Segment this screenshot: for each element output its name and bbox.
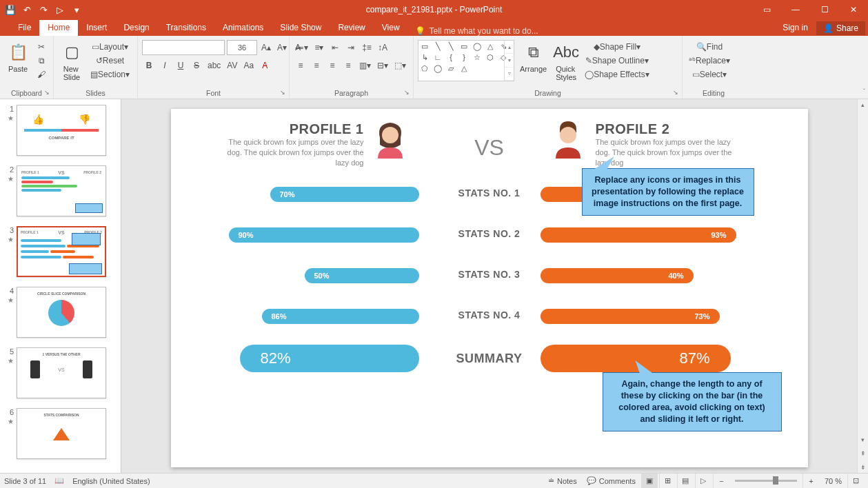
- collapse-ribbon-button[interactable]: ˇ: [863, 88, 865, 96]
- smartart-button[interactable]: ⬚▾: [392, 59, 408, 72]
- font-launcher[interactable]: ↘: [278, 88, 287, 97]
- maximize-button[interactable]: ☐: [810, 0, 839, 19]
- normal-view-button[interactable]: ▣: [641, 474, 658, 489]
- copy-button[interactable]: ⧉: [34, 54, 48, 68]
- avatar-male-icon[interactable]: [547, 117, 589, 159]
- bullets-button[interactable]: ≔▾: [294, 41, 310, 54]
- zoom-slider[interactable]: [735, 480, 797, 482]
- select-button[interactable]: ▭ Select ▾: [687, 68, 732, 81]
- callout-replace-images[interactable]: Replace any icons or images in this pres…: [582, 168, 754, 216]
- ribbon-display-options[interactable]: ▭: [752, 0, 781, 19]
- font-size-combo[interactable]: 36: [227, 40, 257, 55]
- tab-home[interactable]: Home: [39, 20, 78, 36]
- new-slide-button[interactable]: ▢ New Slide: [58, 40, 85, 83]
- scroll-up-button[interactable]: ▴: [858, 99, 868, 110]
- spellcheck-button[interactable]: 📖: [54, 476, 64, 485]
- gallery-scroll[interactable]: ▴▾▿: [504, 41, 514, 81]
- undo-button[interactable]: ↶: [19, 2, 34, 17]
- minimize-button[interactable]: —: [781, 0, 810, 19]
- bar-right-2[interactable]: 93%: [541, 227, 736, 243]
- bar-right-3[interactable]: 40%: [541, 268, 694, 283]
- tab-animations[interactable]: Animations: [214, 20, 272, 36]
- find-button[interactable]: 🔍 Find: [687, 40, 732, 54]
- bar-right-4[interactable]: 73%: [541, 309, 720, 324]
- decrease-indent-button[interactable]: ⇤: [328, 41, 342, 54]
- tab-file[interactable]: File: [10, 20, 39, 36]
- slide-canvas-area[interactable]: PROFILE 1 The quick brown fox jumps over…: [121, 99, 857, 473]
- format-painter-button[interactable]: 🖌: [34, 68, 48, 81]
- redo-button[interactable]: ↷: [36, 2, 51, 17]
- stat-label-3[interactable]: STATS NO. 3: [171, 269, 808, 280]
- quick-styles-button[interactable]: Abc Quick Styles: [552, 40, 580, 83]
- summary-bar-right[interactable]: 87%: [541, 345, 731, 372]
- thumb-1[interactable]: 1★ 👍 👎 COMPARE IT: [0, 102, 121, 163]
- slide-thumbnail-panel[interactable]: 1★ 👍 👎 COMPARE IT 2★ PROFILE 1VSPROFILE …: [0, 99, 121, 473]
- change-case-button[interactable]: Aa: [241, 59, 256, 72]
- align-right-button[interactable]: ≡: [325, 59, 339, 72]
- zoom-out-button[interactable]: −: [713, 474, 729, 489]
- line-spacing-button[interactable]: ‡≡: [360, 41, 374, 54]
- align-left-button[interactable]: ≡: [294, 59, 307, 72]
- tab-insert[interactable]: Insert: [78, 20, 115, 36]
- scroll-down-button[interactable]: ▾: [858, 434, 868, 445]
- share-button[interactable]: 👤 Share: [816, 21, 865, 35]
- reset-button[interactable]: ↺ Reset: [88, 54, 132, 68]
- tab-review[interactable]: Review: [330, 20, 373, 36]
- drawing-launcher[interactable]: ↘: [671, 88, 680, 97]
- italic-button[interactable]: I: [158, 59, 172, 72]
- start-slideshow-button[interactable]: ▷: [52, 2, 68, 17]
- char-spacing-button[interactable]: AV: [225, 59, 239, 72]
- text-shadow-button[interactable]: abc: [205, 59, 223, 72]
- next-slide-button[interactable]: ⇟: [858, 462, 868, 473]
- tab-slideshow[interactable]: Slide Show: [272, 20, 330, 36]
- font-family-combo[interactable]: [142, 40, 225, 55]
- zoom-in-button[interactable]: +: [803, 474, 819, 489]
- thumb-2[interactable]: 2★ PROFILE 1VSPROFILE 2: [0, 163, 121, 223]
- reading-view-button[interactable]: ▤: [677, 474, 694, 489]
- shrink-font-button[interactable]: A▾: [275, 41, 289, 54]
- profile2-desc[interactable]: The quick brown fox jumps over the lazy …: [596, 137, 747, 168]
- align-center-button[interactable]: ≡: [310, 59, 323, 72]
- justify-button[interactable]: ≡: [341, 59, 355, 72]
- numbering-button[interactable]: ≡▾: [312, 41, 326, 54]
- tab-design[interactable]: Design: [115, 20, 157, 36]
- qat-customize-button[interactable]: ▾: [69, 2, 84, 17]
- thumb-3[interactable]: 3★ PROFILE 1VSPROFILE 2: [0, 223, 121, 284]
- fit-to-window-button[interactable]: ⊡: [847, 474, 864, 489]
- replace-button[interactable]: ᵃᵇ Replace ▾: [687, 54, 732, 68]
- font-color-button[interactable]: A: [258, 59, 272, 72]
- sorter-view-button[interactable]: ⊞: [659, 474, 676, 489]
- notes-button[interactable]: ≐ Notes: [544, 474, 581, 489]
- layout-button[interactable]: ▭ Layout ▾: [88, 40, 132, 54]
- section-button[interactable]: ▤ Section ▾: [88, 68, 132, 81]
- comments-button[interactable]: 💬 Comments: [583, 474, 640, 489]
- tab-view[interactable]: View: [374, 20, 408, 36]
- shape-effects-button[interactable]: ◯ Shape Effects ▾: [583, 68, 652, 81]
- clipboard-launcher[interactable]: ↘: [42, 88, 52, 97]
- cut-button[interactable]: ✂: [34, 40, 48, 54]
- tell-me-search[interactable]: 💡 Tell me what you want to do...: [415, 26, 538, 36]
- thumb-5[interactable]: 5★ 1 VERSUS THE OTHER VS: [0, 345, 121, 405]
- save-button[interactable]: 💾: [3, 2, 18, 17]
- prev-slide-button[interactable]: ⇞: [858, 448, 868, 459]
- paste-button[interactable]: 📋 Paste: [4, 40, 32, 74]
- slide[interactable]: PROFILE 1 The quick brown fox jumps over…: [171, 109, 808, 467]
- bold-button[interactable]: B: [142, 59, 156, 72]
- zoom-level[interactable]: 70 %: [820, 474, 846, 489]
- paragraph-launcher[interactable]: ↘: [402, 88, 412, 97]
- columns-button[interactable]: ▥▾: [357, 59, 373, 72]
- slide-counter[interactable]: Slide 3 of 11: [4, 477, 46, 485]
- vertical-scrollbar[interactable]: ▴ ▾ ⇞ ⇟: [857, 99, 868, 473]
- align-text-button[interactable]: ⊟▾: [375, 59, 390, 72]
- underline-button[interactable]: U: [174, 59, 188, 72]
- profile2-title[interactable]: PROFILE 2: [596, 121, 747, 137]
- tab-transitions[interactable]: Transitions: [158, 20, 214, 36]
- language-status[interactable]: English (United States): [72, 477, 150, 485]
- sign-in-link[interactable]: Sign in: [774, 20, 816, 36]
- callout-change-length[interactable]: Again, change the length to any of these…: [603, 372, 782, 431]
- thumb-6[interactable]: 6★ STATS COMPARISON: [0, 405, 121, 466]
- grow-font-button[interactable]: A▴: [259, 41, 273, 54]
- increase-indent-button[interactable]: ⇥: [344, 41, 358, 54]
- arrange-button[interactable]: ⧉ Arrange: [517, 40, 549, 74]
- shapes-gallery[interactable]: ▭╲╲▭◯△ ⇘↳∟{}☆ ⬡◇⬠◯▱△ ▴▾▿: [418, 40, 514, 81]
